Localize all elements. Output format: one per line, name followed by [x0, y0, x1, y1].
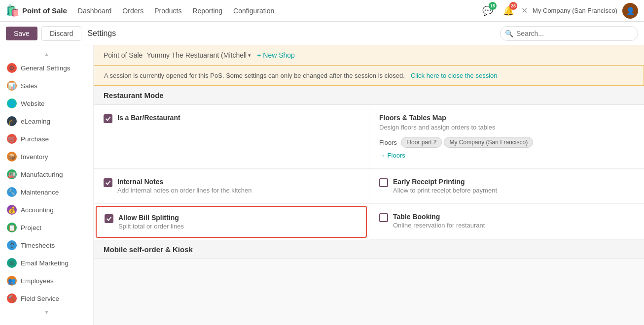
messages-button[interactable]: 💬 15: [480, 3, 496, 19]
early-receipt-title: Early Receipt Printing: [393, 178, 497, 186]
pos-header: Point of Sale Yummy The Restuarant (Mitc…: [94, 45, 644, 65]
internal-notes-desc: Add internal notes on order lines for th…: [117, 187, 251, 194]
sidebar-item-purchase[interactable]: 🛒 Purchase: [0, 130, 93, 148]
main-layout: ▲ ⚙ General Settings 📊 Sales 🌐 Website 🎓…: [0, 45, 644, 325]
sidebar-label-manufacturing: Manufacturing: [21, 171, 63, 178]
floors-tags-row: Floors Floor part 2 My Company (San Fran…: [379, 137, 634, 148]
settings-top-row: Is a Bar/Restaurant Floors & Tables Map …: [94, 105, 644, 168]
sidebar-item-employees[interactable]: 👥 Employees: [0, 272, 93, 290]
mobile-kiosk-title: Mobile self-order & Kiosk: [104, 245, 193, 254]
shop-chevron-icon: ▾: [248, 52, 251, 59]
restaurant-mode-title: Restaurant Mode: [104, 91, 164, 99]
floors-link[interactable]: → Floors: [379, 152, 634, 159]
close-icon[interactable]: ✕: [521, 6, 528, 15]
sidebar-item-manufacturing[interactable]: 🏭 Manufacturing: [0, 165, 93, 183]
checkmark-icon: [105, 116, 111, 122]
sidebar-label-accounting: Accounting: [21, 206, 54, 214]
shop-selector[interactable]: Yummy The Restuarant (Mitchell ▾: [146, 51, 251, 59]
bar-restaurant-title: Is a Bar/Restaurant: [117, 114, 180, 122]
internal-notes-checkbox[interactable]: [104, 178, 112, 187]
sidebar-item-website[interactable]: 🌐 Website: [0, 95, 93, 112]
sidebar: ▲ ⚙ General Settings 📊 Sales 🌐 Website 🎓…: [0, 45, 94, 325]
pos-header-label: Point of Sale: [104, 51, 143, 59]
app-name: Point of Sale: [22, 6, 67, 15]
sidebar-label-employees: Employees: [21, 277, 54, 285]
nav-reporting[interactable]: Reporting: [187, 4, 227, 18]
close-session-link[interactable]: Click here to close the session: [411, 72, 498, 79]
accounting-icon: 💰: [7, 205, 17, 215]
internal-notes-text: Internal Notes Add internal notes on ord…: [117, 178, 251, 194]
save-button[interactable]: Save: [6, 27, 37, 40]
sidebar-label-timesheets: Timesheets: [21, 242, 55, 249]
early-receipt-cell: Early Receipt Printing Allow to print re…: [369, 169, 644, 203]
manufacturing-icon: 🏭: [7, 169, 17, 179]
settings-third-row: Allow Bill Splitting Split total or orde…: [94, 203, 644, 240]
sidebar-label-maintenance: Maintenance: [21, 189, 59, 196]
sidebar-label-inventory: Inventory: [21, 153, 48, 161]
company-name[interactable]: My Company (San Francisco): [533, 7, 617, 14]
bar-restaurant-row: Is a Bar/Restaurant: [104, 114, 359, 123]
search-wrap: 🔍: [500, 26, 638, 41]
table-booking-row: Table Booking Online reservation for res…: [379, 213, 634, 229]
nav-orders[interactable]: Orders: [117, 4, 148, 18]
general-icon: ⚙: [7, 63, 17, 73]
floors-tables-desc: Design floors and assign orders to table…: [379, 124, 634, 131]
sidebar-item-inventory[interactable]: 📦 Inventory: [0, 148, 93, 165]
app-logo: 🛍️ Point of Sale: [6, 4, 67, 17]
shop-name-text: Yummy The Restuarant (Mitchell: [146, 51, 247, 59]
search-input[interactable]: [500, 26, 638, 41]
employees-icon: 👥: [7, 276, 17, 286]
new-shop-button[interactable]: + New Shop: [257, 51, 295, 59]
floors-tables-cell: Floors & Tables Map Design floors and as…: [369, 105, 644, 168]
sidebar-item-project[interactable]: 📋 Project: [0, 219, 93, 236]
sales-icon: 📊: [7, 81, 17, 91]
floors-label: Floors: [379, 139, 397, 146]
email-icon: ✉: [7, 258, 17, 268]
floor-tag-1[interactable]: My Company (San Francisco): [444, 137, 533, 148]
messages-badge: 15: [489, 2, 497, 10]
nav-products[interactable]: Products: [149, 4, 186, 18]
toolbar: Save Discard Settings 🔍: [0, 22, 644, 45]
floors-tables-title: Floors & Tables Map: [379, 114, 634, 122]
sidebar-item-maintenance[interactable]: 🔧 Maintenance: [0, 183, 93, 201]
top-nav: 🛍️ Point of Sale Dashboard Orders Produc…: [0, 0, 644, 22]
nav-right: 💬 15 🔔 28 ✕ My Company (San Francisco) 👤: [480, 3, 638, 19]
sidebar-item-elearning[interactable]: 🎓 eLearning: [0, 112, 93, 130]
sidebar-label-general: General Settings: [21, 65, 71, 72]
discard-button[interactable]: Discard: [41, 26, 81, 41]
nav-configuration[interactable]: Configuration: [228, 4, 279, 18]
table-booking-text: Table Booking Online reservation for res…: [393, 213, 485, 229]
project-icon: 📋: [7, 223, 17, 232]
sidebar-label-sales: Sales: [21, 82, 37, 90]
sidebar-label-elearning: eLearning: [21, 118, 50, 125]
user-avatar[interactable]: 👤: [622, 3, 638, 19]
floor-tag-0[interactable]: Floor part 2: [401, 137, 442, 148]
session-warning-text: A session is currently opened for this P…: [104, 72, 405, 79]
website-icon: 🌐: [7, 98, 17, 108]
allow-bill-splitting-checkbox[interactable]: [105, 214, 113, 223]
allow-bill-splitting-row: Allow Bill Splitting Split total or orde…: [105, 214, 358, 230]
activity-button[interactable]: 🔔 28: [501, 3, 516, 19]
internal-notes-row: Internal Notes Add internal notes on ord…: [104, 178, 359, 194]
early-receipt-checkbox[interactable]: [379, 178, 388, 187]
allow-bill-splitting-desc: Split total or order lines: [118, 223, 184, 230]
scroll-up-indicator: ▲: [0, 49, 93, 59]
early-receipt-row: Early Receipt Printing Allow to print re…: [379, 178, 634, 194]
sidebar-item-email[interactable]: ✉ Email Marketing: [0, 254, 93, 272]
sidebar-item-sales[interactable]: 📊 Sales: [0, 77, 93, 95]
elearning-icon: 🎓: [7, 116, 17, 126]
nav-dashboard[interactable]: Dashboard: [73, 4, 117, 18]
checkmark-icon: [106, 216, 112, 222]
sidebar-item-general[interactable]: ⚙ General Settings: [0, 59, 93, 77]
table-booking-cell: Table Booking Online reservation for res…: [369, 204, 644, 240]
mobile-kiosk-header: Mobile self-order & Kiosk: [94, 240, 644, 259]
content-area: Point of Sale Yummy The Restuarant (Mitc…: [94, 45, 644, 325]
sidebar-item-timesheets[interactable]: ⏱ Timesheets: [0, 236, 93, 254]
sidebar-item-fieldservice[interactable]: 🔨 Field Service: [0, 290, 93, 307]
allow-bill-splitting-title: Allow Bill Splitting: [118, 214, 184, 222]
sidebar-item-accounting[interactable]: 💰 Accounting: [0, 201, 93, 219]
table-booking-checkbox[interactable]: [379, 213, 388, 222]
bar-restaurant-checkbox[interactable]: [104, 114, 112, 123]
early-receipt-text: Early Receipt Printing Allow to print re…: [393, 178, 497, 194]
activity-badge: 28: [509, 2, 517, 10]
